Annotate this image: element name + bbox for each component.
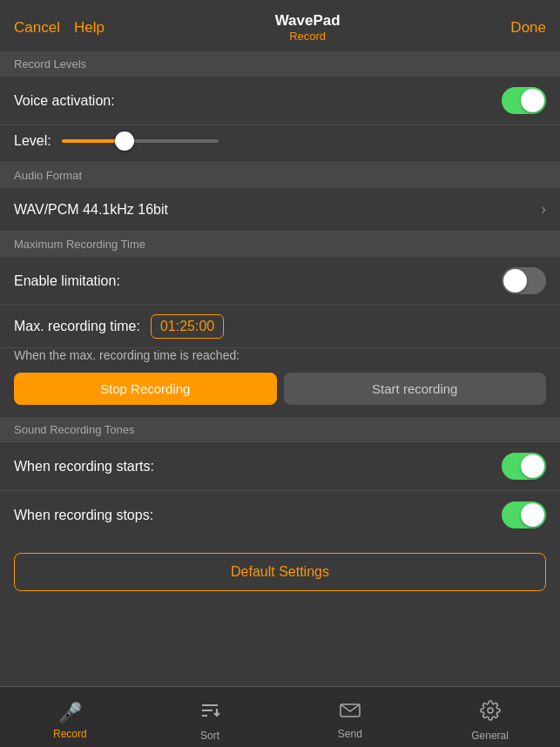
recording-starts-label: When recording starts:: [14, 459, 154, 474]
app-name: WavePad: [275, 12, 341, 30]
enable-limitation-row: Enable limitation:: [0, 257, 560, 306]
slider-thumb: [115, 131, 134, 151]
stop-recording-button[interactable]: Stop Recording: [14, 373, 277, 405]
tab-general[interactable]: General: [420, 693, 560, 742]
action-buttons-row: Stop Recording Start recording: [0, 366, 560, 417]
svg-point-5: [488, 708, 493, 713]
recording-stops-toggle[interactable]: [502, 501, 546, 528]
tab-record-label: Record: [53, 728, 87, 740]
recording-stops-row: When recording stops:: [0, 491, 560, 539]
audio-format-label: Audio Format: [14, 169, 82, 182]
tab-sort[interactable]: Sort: [140, 693, 280, 742]
max-recording-group: Enable limitation: Max. recording time: …: [0, 257, 560, 417]
record-levels-group: Voice activation: Level:: [0, 77, 560, 163]
microphone-icon: 🎤: [58, 702, 82, 724]
audio-format-section-header: Audio Format: [0, 163, 560, 188]
toggle-knob-3: [521, 454, 544, 478]
start-recording-button[interactable]: Start recording: [284, 373, 547, 405]
toggle-knob: [521, 89, 544, 112]
voice-activation-toggle[interactable]: [502, 87, 546, 114]
level-label: Level:: [14, 133, 51, 149]
enable-limitation-toggle[interactable]: [502, 267, 546, 294]
level-slider[interactable]: [62, 132, 546, 150]
general-icon: [480, 700, 501, 726]
max-time-row: Max. recording time: 01:25:00: [0, 306, 560, 348]
sound-tones-group: When recording starts: When recording st…: [0, 442, 560, 539]
header-subtitle: Record: [275, 30, 341, 43]
toggle-knob-2: [503, 269, 527, 293]
help-button[interactable]: Help: [74, 19, 105, 37]
record-levels-section-header: Record Levels: [0, 51, 560, 77]
recording-starts-row: When recording starts:: [0, 442, 560, 491]
default-settings-button[interactable]: Default Settings: [14, 553, 546, 591]
slider-track: [62, 139, 219, 143]
enable-limitation-label: Enable limitation:: [14, 273, 120, 289]
recording-starts-toggle[interactable]: [502, 453, 546, 480]
header: Cancel Help WavePad Record Done: [0, 0, 560, 51]
max-time-input[interactable]: 01:25:00: [151, 314, 224, 339]
tab-send[interactable]: Send: [280, 695, 421, 740]
tab-bar: 🎤 Record Sort Send: [0, 686, 560, 747]
done-button[interactable]: Done: [510, 19, 546, 37]
voice-activation-label: Voice activation:: [14, 93, 115, 109]
max-recording-section-header: Maximum Recording Time: [0, 232, 560, 257]
tab-send-label: Send: [338, 728, 362, 740]
tab-record[interactable]: 🎤 Record: [0, 695, 140, 740]
toggle-knob-4: [521, 503, 544, 527]
header-left-buttons: Cancel Help: [14, 19, 105, 37]
sound-tones-label: Sound Recording Tones: [14, 423, 135, 436]
sound-tones-section-header: Sound Recording Tones: [0, 417, 560, 442]
recording-stops-label: When recording stops:: [14, 508, 153, 523]
max-time-label: Max. recording time:: [14, 319, 140, 334]
header-center: WavePad Record: [275, 12, 341, 43]
reached-label: When the max. recording time is reached:: [0, 348, 560, 366]
send-icon: [340, 702, 361, 724]
cancel-button[interactable]: Cancel: [14, 19, 60, 37]
tab-general-label: General: [471, 730, 509, 742]
max-recording-label: Maximum Recording Time: [14, 238, 145, 251]
voice-activation-row: Voice activation:: [0, 77, 560, 125]
level-row: Level:: [0, 125, 560, 163]
sort-icon: [199, 700, 220, 726]
audio-format-row[interactable]: WAV/PCM 44.1kHz 16bit ›: [0, 188, 560, 232]
chevron-right-icon: ›: [541, 200, 546, 219]
audio-format-value: WAV/PCM 44.1kHz 16bit: [14, 202, 168, 218]
tab-sort-label: Sort: [200, 730, 219, 742]
record-levels-label: Record Levels: [14, 57, 86, 71]
